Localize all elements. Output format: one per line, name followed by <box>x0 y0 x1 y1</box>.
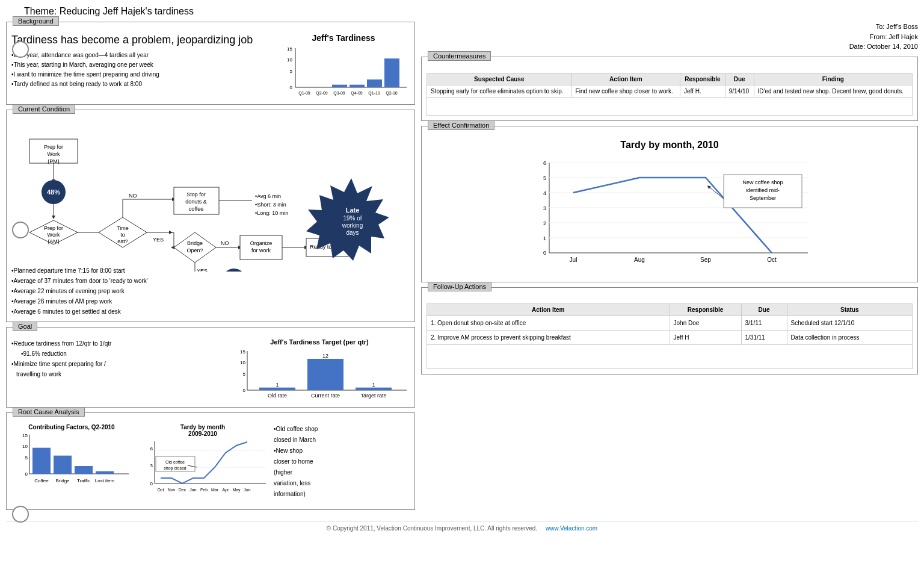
circle-indicator-1 <box>12 41 29 58</box>
svg-rect-11 <box>384 58 399 87</box>
svg-text:3: 3 <box>150 463 153 468</box>
svg-text:1: 1 <box>543 235 546 241</box>
svg-rect-86 <box>307 359 343 390</box>
svg-text:Stop for: Stop for <box>186 191 206 197</box>
svg-text:eat?: eat? <box>117 238 128 244</box>
svg-text:3: 3 <box>543 205 546 211</box>
left-column: Background Tardiness has become a proble… <box>6 22 415 515</box>
svg-text:15: 15 <box>287 46 292 52</box>
circle-indicator-2 <box>12 222 29 238</box>
countermeasures-table: Suspected Cause Action Item Responsible … <box>427 73 913 116</box>
header-info: To: Jeff's Boss From: Jeff Hajek Date: O… <box>421 22 918 52</box>
svg-text:NO: NO <box>221 240 229 246</box>
svg-text:Bridge: Bridge <box>55 478 70 483</box>
svg-text:Jan: Jan <box>189 488 196 492</box>
svg-text:0: 0 <box>290 85 293 90</box>
svg-text:Nov: Nov <box>168 488 176 492</box>
followup-table: Action Item Responsible Due Status 1. Op… <box>427 303 913 369</box>
svg-text:Old rate: Old rate <box>268 393 287 399</box>
svg-text:Q4-09: Q4-09 <box>351 91 363 96</box>
rca-bar-chart: 15 10 5 0 Coffee B <box>11 432 132 492</box>
cm-action: Find new coffee shop closer to work. <box>571 85 680 97</box>
svg-text:identified mid-: identified mid- <box>746 187 780 193</box>
svg-text:Target rate: Target rate <box>360 393 386 399</box>
svg-text:Apr: Apr <box>223 488 230 493</box>
svg-text:Mar: Mar <box>211 488 219 492</box>
fu-header-action: Action Item <box>427 303 670 315</box>
svg-text:Lost item: Lost item <box>95 478 115 483</box>
svg-text:September: September <box>750 195 776 201</box>
background-label: Background <box>13 16 59 26</box>
svg-text:Traffic: Traffic <box>77 478 90 483</box>
cm-header-cause: Suspected Cause <box>427 73 572 85</box>
svg-text:0: 0 <box>25 471 28 477</box>
svg-text:May: May <box>232 488 241 493</box>
rca-section: Root Cause Analysis Contributing Factors… <box>6 412 415 510</box>
svg-rect-100 <box>54 456 72 474</box>
svg-text:for work: for work <box>251 247 271 253</box>
svg-text:10: 10 <box>22 444 28 449</box>
rca-line-chart: 6 3 0 Oct Nov <box>137 438 269 505</box>
svg-rect-88 <box>356 388 392 390</box>
svg-text:1: 1 <box>372 382 375 388</box>
svg-text:Aug: Aug <box>634 256 645 263</box>
svg-text:•Avg 6 min: •Avg 6 min <box>255 193 281 199</box>
svg-text:Old coffee: Old coffee <box>165 460 185 464</box>
table-row: 2. Improve AM process to prevent skippin… <box>427 330 913 344</box>
svg-text:Jun: Jun <box>244 488 250 492</box>
svg-text:15: 15 <box>240 349 245 355</box>
svg-text:5: 5 <box>243 371 246 377</box>
svg-text:5: 5 <box>543 175 546 181</box>
goal-label: Goal <box>13 322 37 331</box>
svg-text:Coffee: Coffee <box>34 478 49 483</box>
svg-text:15: 15 <box>22 433 28 438</box>
svg-text:6: 6 <box>543 160 546 166</box>
svg-text:12: 12 <box>322 353 328 359</box>
svg-text:1: 1 <box>276 382 279 388</box>
circle-indicator-3 <box>12 506 29 523</box>
table-row <box>427 97 913 115</box>
effect-label: Effect Confirmation <box>428 120 494 130</box>
svg-text:Q2-10: Q2-10 <box>386 91 398 96</box>
rca-label: Root Cause Analysis <box>13 407 85 417</box>
svg-text:working: working <box>342 222 363 229</box>
goal-section: Goal •Reduce tardiness from 12/qtr to 1/… <box>6 327 415 408</box>
svg-text:0: 0 <box>150 481 153 486</box>
cm-due: 9/14/10 <box>725 85 754 97</box>
svg-rect-99 <box>32 448 51 474</box>
countermeasures-label: Countermeasures <box>428 51 491 61</box>
goal-bar-chart: 15 10 5 0 1 12 1 <box>229 348 410 402</box>
svg-rect-102 <box>96 471 114 474</box>
svg-text:2: 2 <box>543 220 546 226</box>
svg-text:Q3-09: Q3-09 <box>333 91 345 96</box>
svg-text:Q2-09: Q2-09 <box>316 91 328 96</box>
background-headline: Tardiness has become a problem, jeopardi… <box>11 33 273 47</box>
svg-text:0: 0 <box>543 250 546 256</box>
flowchart: Prep for Work (PM) 48% <box>11 121 396 272</box>
cm-header-finding: Finding <box>754 73 912 85</box>
cm-finding: ID'ed and tested new shop. Decent brew, … <box>754 85 912 97</box>
svg-text:New coffee shop: New coffee shop <box>743 179 783 185</box>
tardiness-bar-chart: 15 10 5 0 <box>277 45 410 99</box>
effect-section: Effect Confirmation Tardy by month, 2010… <box>421 126 918 282</box>
svg-text:Oct: Oct <box>158 488 164 492</box>
svg-text:Prep for: Prep for <box>44 225 63 231</box>
svg-text:YES: YES <box>197 268 208 272</box>
followup-section: Follow-Up Actions Action Item Responsibl… <box>421 287 918 374</box>
effect-line-chart: 6 5 4 3 2 1 0 <box>519 157 820 277</box>
svg-text:Sep: Sep <box>700 256 711 263</box>
footer: © Copyright 2011, Velaction Continuous I… <box>6 521 918 532</box>
fu-action-2: 2. Improve AM process to prevent skippin… <box>427 330 670 344</box>
website-link[interactable]: www.Velaction.com <box>546 525 597 532</box>
svg-text:•Long: 10 min: •Long: 10 min <box>255 210 288 216</box>
svg-rect-8 <box>332 85 347 87</box>
svg-text:Late: Late <box>346 207 360 214</box>
svg-text:Open?: Open? <box>186 247 203 253</box>
svg-text:Organize: Organize <box>250 240 273 246</box>
svg-text:Time: Time <box>117 225 129 231</box>
svg-text:6: 6 <box>150 446 153 452</box>
svg-text:donuts &: donuts & <box>185 199 207 205</box>
svg-text:Feb: Feb <box>200 488 208 492</box>
fu-header-responsible: Responsible <box>670 303 741 315</box>
svg-text:Oct: Oct <box>767 256 777 263</box>
